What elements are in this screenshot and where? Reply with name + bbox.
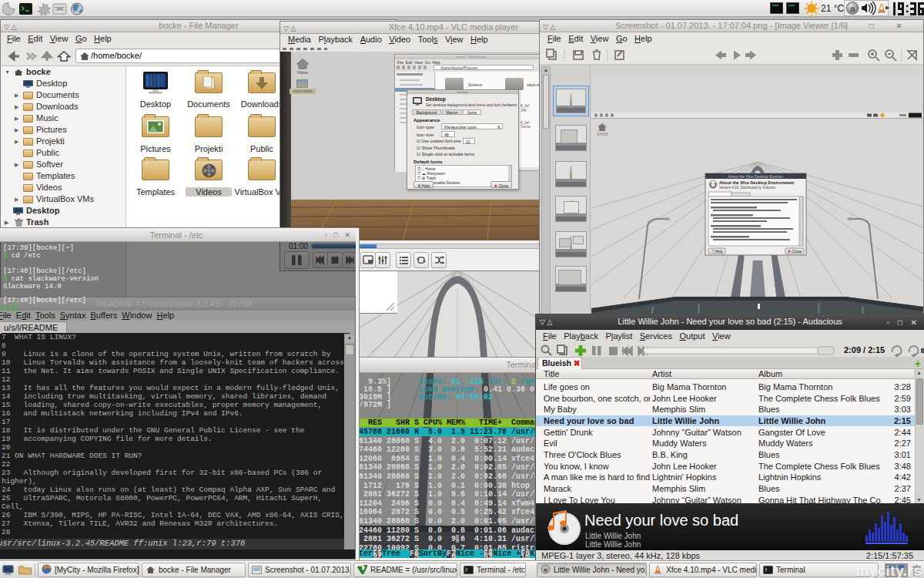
svg-text:✖ Close: ✖ Close: [788, 249, 802, 254]
svg-text:? Help: ? Help: [711, 249, 723, 254]
svg-text:2:09 / 2:15: 2:09 / 2:15: [844, 345, 885, 355]
svg-text:a: a: [544, 566, 547, 573]
svg-text:About the Xfce Desktop Environ: About the Xfce Desktop Environ: [728, 174, 783, 179]
svg-text:About the Xfce Desktop Environ: About the Xfce Desktop Environment: [719, 180, 794, 185]
svg-text:a: a: [850, 4, 855, 13]
svg-text:Version 4.10, Distributed by X: Version 4.10, Distributed by Xubuntu: [719, 186, 776, 190]
